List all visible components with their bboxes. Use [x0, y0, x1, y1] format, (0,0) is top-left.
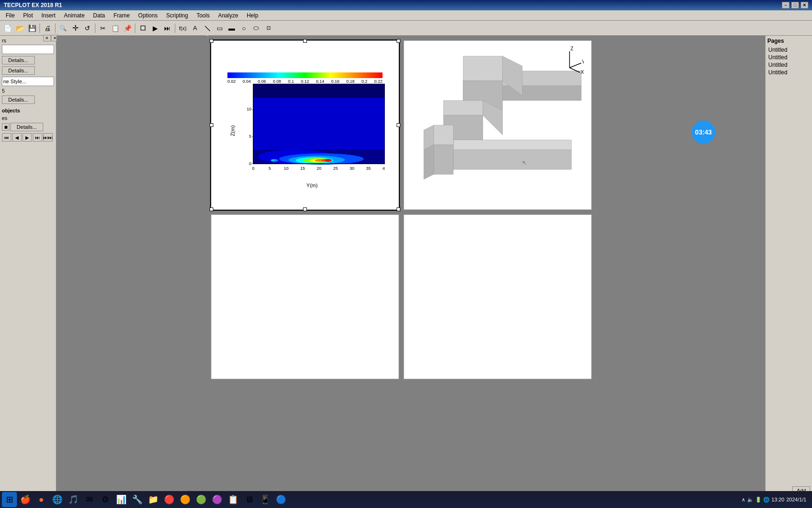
details-button-4[interactable]: Details...: [10, 123, 43, 131]
start-button[interactable]: ⊞: [2, 492, 17, 507]
colorbar-val-7: 0.16: [331, 79, 340, 84]
print-button[interactable]: 🖨: [42, 23, 53, 34]
page-item-2[interactable]: Untitled: [767, 54, 810, 61]
frame-panel-4[interactable]: [404, 214, 592, 379]
rect-button[interactable]: ▭: [214, 23, 225, 34]
svg-rect-30: [253, 84, 385, 98]
svg-text:10: 10: [284, 166, 289, 171]
timer-badge[interactable]: 03:43: [692, 120, 715, 144]
toolbar-separator-4: [135, 24, 135, 33]
rotate-button[interactable]: ↺: [82, 23, 93, 34]
menu-frame[interactable]: Frame: [109, 11, 133, 20]
transport-play[interactable]: ▶: [23, 133, 32, 142]
page-item-4[interactable]: Untitled: [767, 69, 810, 76]
frame-button[interactable]: ⊡: [263, 23, 274, 34]
skip-button[interactable]: ⏭: [162, 23, 173, 34]
taskbar-app-3[interactable]: 🌐: [50, 492, 65, 507]
timer-value: 03:43: [695, 128, 712, 136]
transport-end[interactable]: ⏭⏭: [43, 133, 53, 142]
handle-tc-1[interactable]: [303, 39, 307, 43]
crosshair-button[interactable]: ✛: [70, 23, 81, 34]
x-axis-label: Y(m): [306, 183, 318, 188]
zoom-button[interactable]: 🔍: [57, 23, 69, 34]
details-button-1[interactable]: Details...: [2, 56, 35, 64]
taskbar-app-16[interactable]: 📱: [258, 492, 273, 507]
menu-analyze[interactable]: Analyze: [214, 11, 242, 20]
taskbar-app-6[interactable]: ⚙: [98, 492, 113, 507]
frame-panel-3[interactable]: [211, 214, 399, 379]
svg-marker-50: [453, 140, 571, 150]
taskbar-app-14[interactable]: 📋: [226, 492, 241, 507]
taskbar-app-15[interactable]: 🖥: [242, 492, 257, 507]
taskbar-app-13[interactable]: 🟣: [210, 492, 225, 507]
frame-panel-1[interactable]: 0.02 0.04 0.06 0.08 0.1 0.12 0.14 0.16 0…: [211, 40, 399, 210]
minimize-button[interactable]: −: [782, 2, 789, 8]
transport-forward[interactable]: ⏭: [33, 133, 42, 142]
transport-back[interactable]: ◀: [12, 133, 22, 142]
handle-br-1[interactable]: [397, 207, 400, 211]
page-item-3[interactable]: Untitled: [767, 61, 810, 69]
handle-bc-1[interactable]: [303, 207, 307, 211]
cut-button[interactable]: ✂: [97, 23, 109, 34]
panel-x-btn[interactable]: ✕: [43, 36, 51, 41]
play-button[interactable]: ▶: [149, 23, 161, 34]
line-button[interactable]: |: [199, 20, 215, 36]
taskbar-app-9[interactable]: 📁: [146, 492, 161, 507]
select-button[interactable]: 🔲: [137, 23, 148, 34]
contour-svg: 0 5 10 0 5 10 15 20 25: [239, 84, 385, 178]
menu-animate[interactable]: Animate: [60, 11, 88, 20]
menu-plot[interactable]: Plot: [19, 11, 37, 20]
copy-button[interactable]: 📋: [109, 23, 121, 34]
menu-scripting[interactable]: Scripting: [162, 11, 192, 20]
handle-tl-1[interactable]: [210, 39, 213, 43]
taskbar-app-11[interactable]: 🟠: [178, 492, 193, 507]
handle-ml-1[interactable]: [210, 123, 213, 127]
paste-button[interactable]: 📌: [122, 23, 133, 34]
handle-tr-1[interactable]: [397, 39, 400, 43]
menu-insert[interactable]: Insert: [38, 11, 59, 20]
taskbar-app-7[interactable]: 📊: [114, 492, 129, 507]
taskbar-app-10[interactable]: 🔴: [162, 492, 177, 507]
circle-button[interactable]: ○: [238, 23, 250, 34]
handle-bl-1[interactable]: [210, 207, 213, 211]
svg-text:Y: Y: [582, 59, 584, 64]
svg-line-38: [570, 68, 580, 72]
colorbar-val-0: 0.02: [227, 79, 236, 84]
page-item-1[interactable]: Untitled: [767, 46, 810, 54]
details-button-2[interactable]: Details...: [2, 66, 35, 75]
taskbar-app-17[interactable]: 🔵: [273, 492, 289, 507]
menu-help[interactable]: Help: [243, 11, 262, 20]
handle-mr-1[interactable]: [397, 123, 400, 127]
panel-dropdown-1[interactable]: [2, 45, 54, 54]
svg-marker-47: [444, 101, 483, 115]
line-style-input[interactable]: [2, 77, 54, 86]
svg-point-27: [325, 159, 332, 162]
ellipse-button[interactable]: ⬭: [250, 23, 262, 34]
new-button[interactable]: 📄: [2, 23, 13, 34]
menu-tools[interactable]: Tools: [193, 11, 213, 20]
colorbar-gradient: [227, 72, 383, 78]
frame-panel-2[interactable]: Z Y X: [404, 40, 592, 210]
close-button[interactable]: ✕: [801, 2, 808, 8]
taskbar-app-2[interactable]: ●: [34, 492, 49, 507]
details-button-3[interactable]: Details...: [2, 95, 35, 104]
colorbar-labels: 0.02 0.04 0.06 0.08 0.1 0.12 0.14 0.16 0…: [227, 79, 383, 84]
taskbar-app-4[interactable]: 🎵: [66, 492, 81, 507]
taskbar-app-1[interactable]: 🍎: [18, 492, 33, 507]
taskbar-app-12[interactable]: 🟢: [194, 492, 209, 507]
save-button[interactable]: 💾: [26, 23, 38, 34]
transport-back-start[interactable]: ⏮: [2, 133, 11, 142]
menu-options[interactable]: Options: [134, 11, 161, 20]
rect2-button[interactable]: ▬: [226, 23, 237, 34]
taskbar-app-8[interactable]: 🔧: [130, 492, 145, 507]
taskbar: ⊞ 🍎 ● 🌐 🎵 ✉ ⚙ 📊 🔧 📁 🔴 🟠 🟢 🟣 📋 🖥 📱 🔵 ∧ 🔈 …: [0, 491, 812, 508]
open-button[interactable]: 📂: [14, 23, 25, 34]
taskbar-app-5[interactable]: ✉: [82, 492, 97, 507]
maximize-button[interactable]: □: [791, 2, 799, 8]
canvas-area[interactable]: 0.02 0.04 0.06 0.08 0.1 0.12 0.14 0.16 0…: [56, 36, 765, 497]
menu-data[interactable]: Data: [89, 11, 109, 20]
menu-file[interactable]: File: [2, 11, 18, 20]
panel-close-btn[interactable]: ✕: [51, 36, 56, 41]
function-button[interactable]: f(x): [177, 23, 188, 34]
colorbar-val-10: 0.22: [374, 79, 383, 84]
